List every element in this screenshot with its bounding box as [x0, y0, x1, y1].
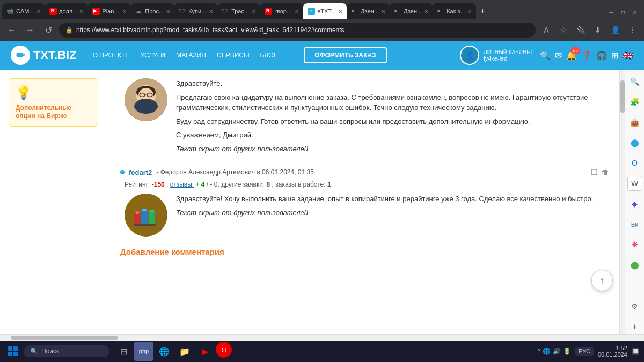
tray-speaker[interactable]: 🔊 [553, 348, 561, 355]
headset-icon[interactable]: 🎧 [596, 50, 607, 61]
tab-3-close[interactable]: ✕ [122, 9, 127, 14]
nav-services[interactable]: УСЛУГИ [140, 51, 165, 59]
translate-icon[interactable]: A [539, 23, 554, 38]
rs-bag-icon[interactable]: 👜 [627, 115, 642, 130]
language-flag[interactable]: 🇬🇧 [623, 50, 633, 61]
menu-icon[interactable]: ⋮ [625, 23, 640, 38]
checkbox-icon[interactable]: ☐ [591, 168, 598, 176]
rs-search-icon[interactable]: 🔍 [627, 74, 642, 89]
order-button[interactable]: ОФОРМИТЬ ЗАКАЗ [304, 47, 386, 63]
tab-10-favicon: ● [394, 8, 401, 15]
tab-8-close[interactable]: ✕ [338, 9, 342, 14]
taskbar-yandex[interactable]: Я [216, 342, 232, 358]
sidebar-options-card[interactable]: 💡 Дополнительные опции на Бирже [9, 78, 98, 127]
nav-servis[interactable]: СЕРВИСЫ [217, 51, 250, 59]
nav-blog[interactable]: БЛОГ [260, 51, 277, 59]
rs-green-icon[interactable]: ⬤ [627, 257, 642, 272]
rs-flower-icon[interactable]: ❋ [627, 237, 642, 252]
mail-icon[interactable]: ✉ [555, 50, 562, 61]
tab-5-close[interactable]: ✕ [209, 9, 213, 14]
reviews-link[interactable]: отзывы: [170, 181, 194, 188]
reload-button[interactable]: ↺ [41, 23, 56, 38]
tab-1-close[interactable]: ✕ [36, 9, 41, 14]
bottom-scroll-thumb[interactable] [11, 336, 118, 340]
tab-7-close[interactable]: ✕ [295, 9, 299, 14]
forward-button[interactable]: → [23, 23, 38, 38]
help-icon[interactable]: ❓ [581, 50, 592, 61]
delete-icon[interactable]: 🗑 [601, 168, 609, 176]
tab-11-close[interactable]: ✕ [467, 9, 472, 14]
tab-2[interactable]: Я долл... ✕ [45, 3, 88, 19]
tab-9-close[interactable]: ✕ [381, 9, 385, 14]
tab-5[interactable]: 🛡 Купи... ✕ [174, 3, 217, 19]
tab-10-close[interactable]: ✕ [424, 9, 428, 14]
tab-3[interactable]: ▶ Pian... ✕ [88, 3, 131, 19]
comment-body-1: Здравствуйте. Предлагаю свою кандидатуру… [118, 78, 609, 157]
back-button[interactable]: ← [4, 23, 19, 38]
grid-icon[interactable]: ⊞ [611, 50, 618, 61]
tab-2-close[interactable]: ✕ [79, 9, 84, 14]
tab-1-label: CAM... [16, 8, 34, 14]
bell-icon[interactable]: 🔔 63 [566, 50, 577, 61]
start-button[interactable] [4, 343, 21, 360]
comment-author-2[interactable]: fedart2 [129, 168, 152, 176]
tab-8[interactable]: е еТХТ... ✕ [303, 3, 347, 19]
rs-settings-icon[interactable]: ⚙ [627, 299, 642, 314]
username: ly4ke-ledi [484, 55, 533, 62]
comment-body3-1: С уважением, Дмитрий. [176, 130, 609, 141]
scrollbar-thumb[interactable] [620, 80, 625, 113]
tab-1-favicon: 📹 [6, 8, 14, 15]
tab-6-close[interactable]: ✕ [252, 9, 256, 14]
rs-outlook-icon[interactable]: O [627, 156, 642, 171]
maximize-button[interactable]: □ [618, 8, 628, 17]
windows-logo [8, 346, 18, 356]
search-icon[interactable]: 🔍 [540, 50, 551, 61]
tab-4-favicon: ☁ [135, 8, 143, 15]
taskbar-search[interactable]: 🔍 Поиск [24, 345, 109, 357]
tab-7-label: квор... [274, 8, 291, 14]
rs-vk-icon[interactable]: вк [627, 217, 642, 232]
tray-icons: ^ 🌐 🔊 🔋 [537, 348, 571, 355]
tab-11[interactable]: ● Как з... ✕ [433, 3, 476, 19]
close-button[interactable]: ✕ [630, 8, 640, 17]
tray-network[interactable]: 🌐 [543, 348, 551, 355]
language-indicator[interactable]: РУС [575, 347, 594, 356]
tab-9[interactable]: ● Дзен... ✕ [347, 3, 390, 19]
svg-point-7 [134, 99, 158, 114]
rs-blue-icon[interactable]: ⬤ [627, 135, 642, 150]
taskbar-clock[interactable]: 1:52 06.01.2024 [598, 345, 627, 358]
tray-arrow[interactable]: ^ [537, 348, 540, 355]
taskbar-php[interactable]: php [134, 342, 153, 361]
taskbar-youtube[interactable]: ▶ [195, 342, 215, 361]
rs-puzzle-icon[interactable]: 🧩 [627, 94, 642, 109]
bookmark-icon[interactable]: ☆ [556, 23, 571, 38]
tray-battery[interactable]: 🔋 [563, 348, 571, 355]
tab-7-favicon: Я [265, 8, 272, 15]
minimize-button[interactable]: ─ [606, 8, 616, 17]
nav-about[interactable]: О ПРОЕКТЕ [93, 51, 130, 59]
download-icon[interactable]: ⬇ [590, 23, 605, 38]
notification-center[interactable]: 🔲 [632, 348, 640, 355]
taskbar-edge[interactable]: 🌐 [155, 342, 174, 361]
extension-icon[interactable]: 🔌 [573, 23, 588, 38]
tab-4-close[interactable]: ✕ [166, 9, 170, 14]
taskbar-explorer[interactable]: 📁 [175, 342, 194, 361]
profile-icon[interactable]: 👤 [608, 23, 623, 38]
new-tab-button[interactable]: + [476, 3, 489, 19]
rs-diamond-icon[interactable]: ◆ [627, 196, 642, 211]
rs-w-icon[interactable]: W [627, 176, 642, 191]
tab-4[interactable]: ☁ Прос... ✕ [131, 3, 174, 19]
nav-shop[interactable]: МАГАЗИН [176, 51, 206, 59]
comment-body-2: Здравствуйте! Хочу выполнить ваше задани… [118, 194, 609, 237]
rs-add-icon[interactable]: + [627, 319, 642, 334]
tab-6[interactable]: 🛡 Трас... ✕ [217, 3, 260, 19]
address-bar[interactable]: 🔒 https://www.etxt.biz/admin.php?mod=tas… [59, 23, 536, 38]
tab-1[interactable]: 📹 CAM... ✕ [2, 3, 45, 19]
tab-10[interactable]: ● Дзен... ✕ [390, 3, 433, 19]
scroll-top-button[interactable]: ↑ [591, 270, 613, 291]
tab-7[interactable]: Я квор... ✕ [260, 3, 303, 19]
browser-frame: 📹 CAM... ✕ Я долл... ✕ ▶ Pian... ✕ ☁ Про… [0, 0, 644, 362]
taskbar-taskview[interactable]: ⊟ [114, 342, 133, 361]
comment-header-2: fedart2 - Федоров Александр Артемович в … [118, 168, 609, 176]
sidebar-card-link[interactable]: Дополнительные опции на Бирже [16, 104, 71, 120]
